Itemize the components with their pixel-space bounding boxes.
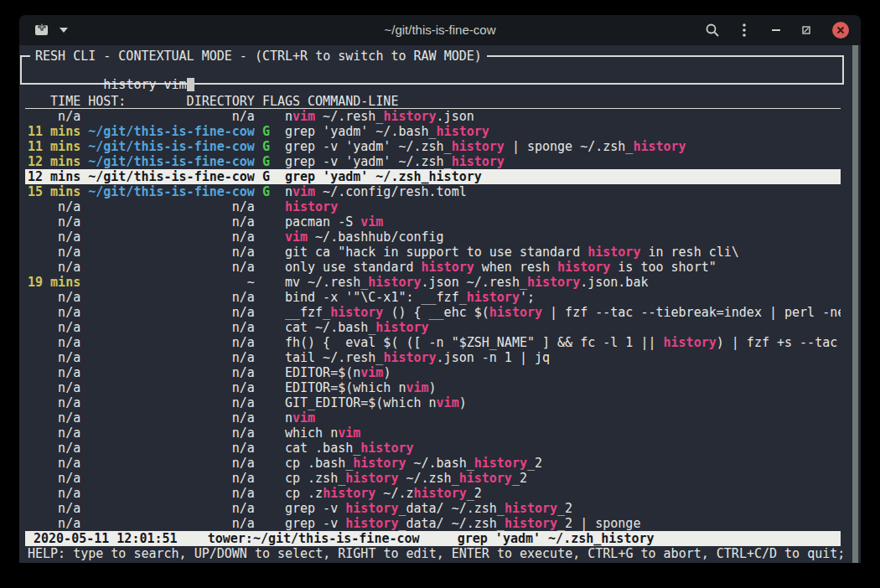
history-row[interactable]: 12 mins~/git/this-is-fine-cowGgrep 'yadm… [25, 169, 841, 184]
history-row[interactable]: n/an/abind -x '"\C-x1": __fzf_history'; [25, 290, 841, 305]
search-query-text: history vim [103, 77, 186, 92]
history-row[interactable]: 15 mins~/git/this-is-fine-cowGnvim ~/.co… [25, 184, 841, 199]
history-row[interactable]: n/an/avim ~/.bashhub/config [25, 230, 841, 245]
restore-button[interactable] [802, 26, 810, 34]
row-command: cat ~/.bash_history [285, 320, 429, 335]
row-time: n/a [28, 320, 80, 335]
row-time: n/a [28, 365, 80, 380]
row-flags [262, 365, 270, 380]
row-command: history [285, 199, 338, 214]
minimize-button[interactable] [772, 26, 780, 34]
header-command-line: COMMAND-LINE [308, 94, 398, 108]
history-row[interactable]: n/an/awhich nvim [25, 426, 841, 441]
search-button[interactable] [705, 23, 720, 38]
history-row[interactable]: 11 mins~/git/this-is-fine-cowGgrep -v 'y… [25, 139, 841, 154]
row-flags [262, 456, 270, 471]
row-directory: ~/git/this-is-fine-cow [88, 124, 255, 139]
row-directory: n/a [88, 410, 255, 426]
row-directory: n/a [88, 290, 255, 305]
row-flags: G [262, 184, 270, 199]
row-time: n/a [28, 305, 80, 320]
row-time: n/a [28, 471, 80, 486]
history-row[interactable]: n/an/agrep -v history_data/ ~/.zsh_histo… [25, 501, 841, 516]
history-row[interactable]: 12 mins~/git/this-is-fine-cowGgrep -v 'y… [25, 154, 841, 169]
row-directory: n/a [88, 199, 255, 214]
search-panel: RESH CLI - CONTEXTUAL MODE - (CTRL+R to … [20, 55, 844, 85]
history-row[interactable]: n/an/acp .zsh_history ~/.zsh_history_2 [25, 471, 841, 486]
row-flags [262, 290, 270, 305]
row-directory: n/a [88, 320, 255, 335]
history-row[interactable]: n/an/aonly use standard history when res… [25, 260, 841, 275]
status-bar: 2020-05-11 12:01:51tower:~/git/this-is-f… [25, 531, 841, 546]
row-directory: ~/git/this-is-fine-cow [88, 154, 255, 169]
row-directory: n/a [88, 395, 255, 410]
row-directory: n/a [88, 335, 255, 350]
close-button[interactable] [832, 22, 849, 39]
history-row[interactable]: n/an/agrep -v history_data/ ~/.zsh_histo… [25, 516, 841, 531]
scrollbar[interactable] [852, 45, 858, 563]
status-location: tower:~/git/this-is-fine-cow [208, 531, 420, 546]
history-row[interactable]: n/an/atail ~/.resh_history.json -n 1 | j… [25, 350, 841, 365]
row-flags [262, 516, 270, 531]
header-time: TIME [28, 94, 80, 108]
row-directory: n/a [88, 245, 255, 260]
history-row[interactable]: n/an/aEDITOR=$(which nvim) [25, 380, 841, 395]
row-directory: n/a [88, 380, 255, 395]
row-flags [262, 426, 270, 441]
history-row[interactable]: n/an/ahistory [25, 199, 841, 214]
text-cursor-block [187, 78, 194, 91]
row-directory: n/a [88, 501, 255, 516]
history-row[interactable]: 19 mins~mv ~/.resh_history.json ~/.resh_… [25, 275, 841, 290]
history-row[interactable]: n/an/acat .bash_history [25, 441, 841, 456]
row-command: nvim ~/.config/resh.toml [285, 184, 467, 199]
help-line: HELP: type to search, UP/DOWN to select,… [19, 546, 861, 563]
history-row[interactable]: n/an/anvim [25, 410, 841, 426]
history-row[interactable]: n/an/afh() { eval $( ([ -n "$ZSH_NAME" ]… [25, 335, 841, 350]
row-time: n/a [28, 486, 80, 501]
menu-button[interactable] [742, 23, 747, 38]
row-flags [262, 335, 270, 350]
history-row[interactable]: n/an/a__fzf_history () { __ehc $(history… [25, 305, 841, 320]
row-time: n/a [28, 335, 80, 350]
row-command: tail ~/.resh_history.json -n 1 | jq [285, 350, 550, 365]
history-row[interactable]: n/an/acat ~/.bash_history [25, 320, 841, 335]
row-directory: n/a [88, 441, 255, 456]
history-row[interactable]: n/an/anvim ~/.resh_history.json [25, 109, 841, 124]
row-command: grep -v history_data/ ~/.zsh_history_2 |… [285, 516, 640, 531]
row-time: n/a [28, 230, 80, 245]
history-row[interactable]: n/an/apacman -S vim [25, 214, 841, 230]
row-directory: ~/git/this-is-fine-cow [88, 184, 255, 199]
history-row[interactable]: n/an/acp .bash_history ~/.bash_history_2 [25, 456, 841, 471]
history-row[interactable]: 11 mins~/git/this-is-fine-cowGgrep 'yadm… [25, 124, 841, 139]
history-row[interactable]: n/an/agit ca "hack in support to use sta… [25, 245, 841, 260]
row-flags [262, 410, 270, 426]
desktop-background: ~/git/this-is-fine-cow [0, 0, 880, 588]
status-command: grep 'yadm' ~/.zsh_history [458, 531, 655, 546]
row-flags [262, 320, 270, 335]
row-flags [262, 214, 270, 230]
table-header: TIME HOST:DIRECTORY FLAGS COMMAND-LINE [25, 94, 841, 109]
row-flags [262, 471, 270, 486]
history-row[interactable]: n/an/acp .zhistory ~/.zhistory_2 [25, 486, 841, 501]
row-command: EDITOR=$(which nvim) [285, 380, 437, 395]
close-icon [836, 26, 845, 34]
history-table: TIME HOST:DIRECTORY FLAGS COMMAND-LINE n… [25, 94, 841, 531]
history-row[interactable]: n/an/aGIT_EDITOR=$(which nvim) [25, 395, 841, 410]
row-command: grep 'yadm' ~/.bash_history [285, 124, 489, 139]
row-directory: n/a [88, 486, 255, 501]
header-host: HOST: [88, 94, 126, 108]
header-flags: FLAGS [262, 94, 300, 108]
terminal-window: ~/git/this-is-fine-cow [19, 15, 861, 563]
row-directory: n/a [88, 230, 255, 245]
history-row[interactable]: n/an/aEDITOR=$(nvim) [25, 365, 841, 380]
row-time: n/a [28, 441, 80, 456]
restore-icon [802, 26, 810, 34]
row-time: n/a [28, 290, 80, 305]
row-time: 12 mins [28, 154, 80, 169]
row-time: n/a [28, 245, 80, 260]
row-directory: ~ [88, 275, 255, 290]
row-directory: ~/git/this-is-fine-cow [88, 139, 255, 154]
search-icon [705, 23, 720, 38]
row-time: 11 mins [28, 139, 80, 154]
row-directory: n/a [88, 214, 255, 230]
